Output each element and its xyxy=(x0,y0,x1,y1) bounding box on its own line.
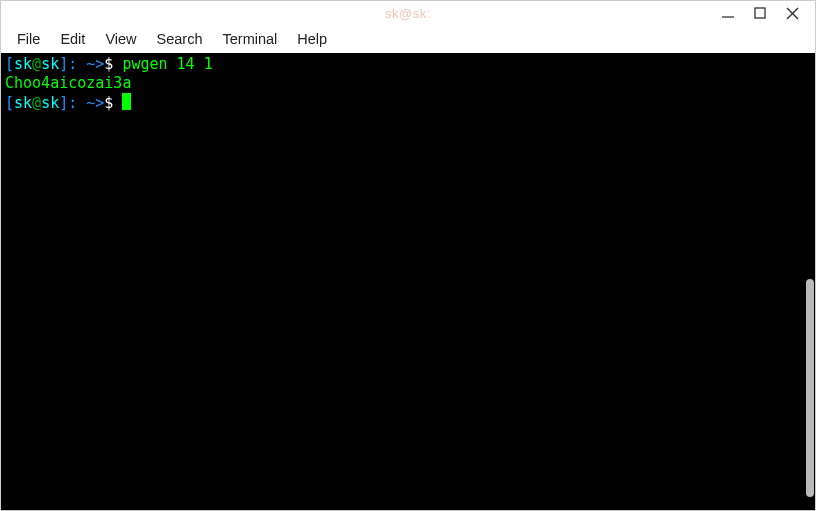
prompt-dollar: $ xyxy=(104,55,122,73)
output-line: Choo4aicozai3a xyxy=(5,74,131,92)
prompt-dollar: $ xyxy=(104,94,122,112)
command-text: pwgen 14 1 xyxy=(122,55,212,73)
maximize-button[interactable] xyxy=(753,6,767,20)
menu-search[interactable]: Search xyxy=(147,27,213,51)
prompt-at: @ xyxy=(32,55,41,73)
svg-rect-1 xyxy=(755,8,765,18)
scrollbar-thumb[interactable] xyxy=(806,279,814,497)
prompt-bracket-open: [ xyxy=(5,55,14,73)
window-title: sk@sk: xyxy=(385,6,431,21)
minimize-button[interactable] xyxy=(721,6,735,20)
close-icon xyxy=(786,7,799,20)
cursor xyxy=(122,93,131,110)
prompt-bracket-close: ]: xyxy=(59,94,86,112)
terminal-area: [sk@sk]: ~>$ pwgen 14 1 Choo4aicozai3a [… xyxy=(1,53,815,510)
prompt-user: sk xyxy=(14,55,32,73)
terminal-window: sk@sk: File Edit View Search Terminal He… xyxy=(0,0,816,511)
titlebar: sk@sk: xyxy=(1,1,815,25)
scrollbar[interactable] xyxy=(805,53,815,510)
minimize-icon xyxy=(721,6,735,20)
prompt-bracket-close: ]: xyxy=(59,55,86,73)
window-controls xyxy=(721,1,809,25)
prompt-path: ~> xyxy=(86,94,104,112)
menu-file[interactable]: File xyxy=(7,27,50,51)
menu-view[interactable]: View xyxy=(95,27,146,51)
terminal[interactable]: [sk@sk]: ~>$ pwgen 14 1 Choo4aicozai3a [… xyxy=(1,53,815,510)
prompt-bracket-open: [ xyxy=(5,94,14,112)
close-button[interactable] xyxy=(785,6,799,20)
menu-terminal[interactable]: Terminal xyxy=(213,27,288,51)
menu-help[interactable]: Help xyxy=(287,27,337,51)
prompt-path: ~> xyxy=(86,55,104,73)
prompt-host: sk xyxy=(41,94,59,112)
prompt-host: sk xyxy=(41,55,59,73)
menu-edit[interactable]: Edit xyxy=(50,27,95,51)
prompt-at: @ xyxy=(32,94,41,112)
maximize-icon xyxy=(754,7,766,19)
menubar: File Edit View Search Terminal Help xyxy=(1,25,815,53)
prompt-user: sk xyxy=(14,94,32,112)
